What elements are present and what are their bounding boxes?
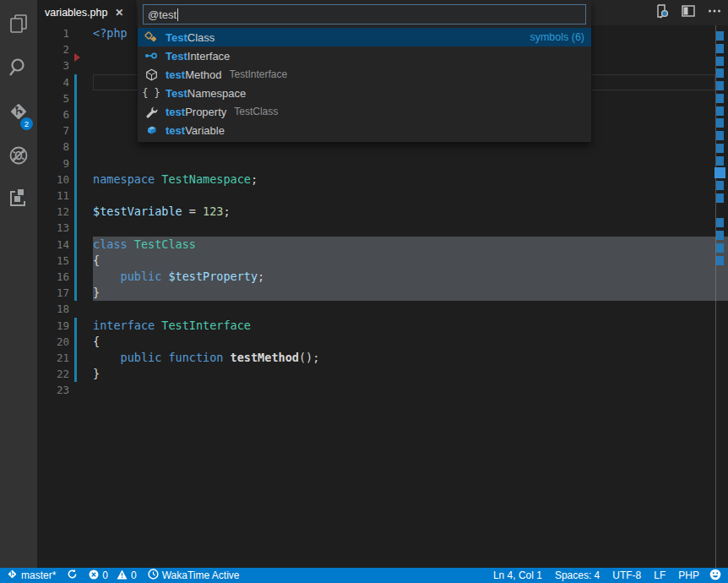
overview-modified-mark xyxy=(716,144,724,153)
feedback-button[interactable] xyxy=(709,568,721,583)
overview-modified-mark xyxy=(716,181,724,190)
code-line[interactable]: public function testMethod(); xyxy=(93,350,319,366)
code-line[interactable]: class TestClass xyxy=(93,237,196,253)
quick-open-item-testvariable[interactable]: testVariable xyxy=(138,121,591,139)
code-line[interactable]: { xyxy=(93,253,100,269)
git-modified-bar xyxy=(74,318,77,383)
ellipsis-icon xyxy=(707,3,722,22)
eol-indicator[interactable]: LF xyxy=(654,568,666,583)
overview-modified-mark xyxy=(716,156,724,166)
cursor-position[interactable]: Ln 4, Col 1 xyxy=(493,568,542,583)
source-control-icon xyxy=(7,569,18,582)
branch-label: master* xyxy=(21,569,56,581)
activity-bar: 2 xyxy=(0,0,37,568)
debug-icon xyxy=(7,144,30,171)
code-line[interactable]: namespace TestNamespace; xyxy=(93,172,258,188)
line-number: 10 xyxy=(37,172,72,188)
line-number: 16 xyxy=(37,269,72,285)
property-icon xyxy=(144,105,158,118)
symbol-label: Class xyxy=(187,31,215,44)
symbol-label: Variable xyxy=(185,124,225,137)
warning-count: 0 xyxy=(131,569,137,581)
symbol-match-text: Test xyxy=(166,31,187,44)
line-number: 11 xyxy=(37,188,72,204)
interface-icon xyxy=(144,49,158,63)
line-number: 19 xyxy=(37,318,72,334)
line-number: 20 xyxy=(37,334,72,350)
line-number: 9 xyxy=(37,155,72,172)
quick-open-item-testclass[interactable]: TestClasssymbols (6) xyxy=(138,28,591,46)
sidebar-item-explorer[interactable] xyxy=(0,7,37,44)
scm-badge: 2 xyxy=(20,117,33,130)
group-badge: symbols (6) xyxy=(530,31,584,43)
problems-indicator[interactable]: 0 0 xyxy=(89,568,136,583)
quick-open-item-testproperty[interactable]: testPropertyTestClass xyxy=(138,102,591,121)
line-number: 23 xyxy=(37,382,72,398)
line-number: 15 xyxy=(37,253,72,269)
quick-open-input[interactable]: @test xyxy=(143,4,586,25)
quick-open-item-testmethod[interactable]: testMethodTestInterface xyxy=(138,65,591,84)
clock-icon xyxy=(148,569,159,582)
sidebar-item-extensions[interactable] xyxy=(0,181,37,218)
branch-indicator[interactable]: master* xyxy=(7,568,56,583)
quick-open-list: TestClasssymbols (6)TestInterfacetestMet… xyxy=(138,28,591,139)
line-number: 17 xyxy=(37,285,72,301)
overview-modified-mark xyxy=(716,81,724,90)
wakatime-indicator[interactable]: WakaTime Active xyxy=(148,568,240,583)
line-number: 3 xyxy=(37,57,72,74)
line-number: 5 xyxy=(37,90,72,106)
quick-open-item-testinterface[interactable]: TestInterface xyxy=(138,46,591,65)
line-number: 2 xyxy=(37,41,72,57)
language-indicator[interactable]: PHP xyxy=(678,568,699,583)
file-search-icon xyxy=(654,3,671,23)
sidebar-item-search[interactable] xyxy=(0,51,37,88)
sidebar-item-source-control[interactable]: 2 xyxy=(0,95,37,132)
line-number: 13 xyxy=(37,220,72,236)
error-count: 0 xyxy=(102,569,108,581)
search-icon xyxy=(7,56,30,83)
close-icon[interactable]: ✕ xyxy=(115,7,123,19)
symbol-label: Property xyxy=(185,106,226,118)
error-icon xyxy=(89,569,99,582)
line-number: 7 xyxy=(37,123,72,139)
line-number: 1 xyxy=(37,25,72,41)
overview-modified-mark xyxy=(716,68,724,78)
code-line[interactable]: interface TestInterface xyxy=(93,318,251,334)
overview-selection-mark xyxy=(714,167,725,178)
files-icon xyxy=(7,12,30,39)
split-editor-button[interactable] xyxy=(678,3,698,23)
sync-button[interactable] xyxy=(67,568,78,583)
class-icon xyxy=(144,30,158,44)
git-modified-bar xyxy=(74,74,77,302)
code-line[interactable]: public $testProperty; xyxy=(93,269,264,285)
code-line[interactable]: $testVariable = 123; xyxy=(93,204,231,220)
wakatime-label: WakaTime Active xyxy=(162,569,240,581)
symbol-match-text: test xyxy=(166,106,185,118)
code-line[interactable]: { xyxy=(93,334,100,350)
tab-variables-php[interactable]: variables.php ✕ xyxy=(37,0,136,25)
overview-modified-mark xyxy=(716,31,724,41)
symbol-detail: TestClass xyxy=(234,106,278,117)
symbol-match-text: test xyxy=(166,124,185,137)
quick-open-item-testnamespace[interactable]: { }TestNamespace xyxy=(138,84,591,102)
more-actions-button[interactable] xyxy=(704,3,725,23)
vscode-window: 2 xyxy=(0,0,728,583)
tab-label: variables.php xyxy=(45,7,107,19)
indentation-indicator[interactable]: Spaces: 4 xyxy=(555,568,600,583)
text-cursor xyxy=(177,8,178,21)
symbol-label: Interface xyxy=(187,50,231,63)
code-line[interactable]: } xyxy=(93,285,100,301)
sync-icon xyxy=(67,569,78,582)
symbol-match-text: test xyxy=(166,68,185,81)
line-number: 8 xyxy=(37,139,72,155)
overview-modified-mark xyxy=(716,44,724,53)
code-line[interactable]: } xyxy=(93,366,100,382)
sidebar-item-debug[interactable] xyxy=(0,139,37,176)
open-changes-button[interactable] xyxy=(652,3,672,23)
quick-open-input-value: @test xyxy=(148,8,177,21)
status-bar-right: Ln 4, Col 1 Spaces: 4 UTF-8 LF PHP xyxy=(481,568,721,583)
symbol-detail: TestInterface xyxy=(230,68,288,80)
code-line[interactable]: <?php xyxy=(93,25,128,41)
extensions-icon xyxy=(7,186,30,213)
encoding-indicator[interactable]: UTF-8 xyxy=(612,568,641,583)
